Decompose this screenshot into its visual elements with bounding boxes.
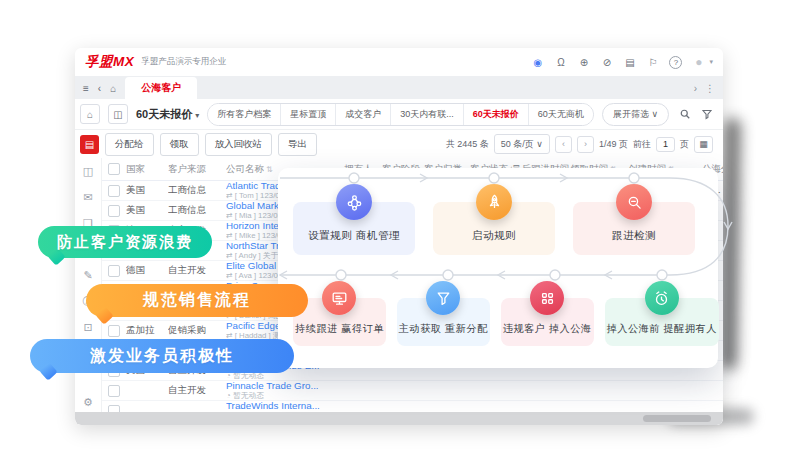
column-header[interactable]: 客户来源 <box>168 163 226 176</box>
ribbon-text: 防止客户资源浪费 <box>57 233 193 252</box>
company-link[interactable]: Pinnacle Trade Gro... <box>226 381 341 391</box>
total-count: 共 2445 条 <box>446 138 489 151</box>
page-size-select[interactable]: 50 条/页 ∨ <box>494 134 550 154</box>
funnel-icon <box>426 281 460 315</box>
dice-icon <box>530 281 564 315</box>
horizontal-scroll-thumb[interactable] <box>643 415 711 422</box>
magnifier-icon <box>616 184 652 220</box>
tab-menu-icon[interactable]: ⋮ <box>705 83 715 94</box>
column-header-label: 公司名称 <box>226 163 264 176</box>
ribbon-prevent-waste: 防止客户资源浪费 <box>38 226 212 258</box>
workflow-step: 启动规则 <box>433 184 555 255</box>
workflow-step: 主动获取 重新分配 <box>397 281 490 346</box>
filter-pill[interactable]: 60天无商机 <box>528 104 593 125</box>
action-button-领取[interactable]: 领取 <box>160 133 199 156</box>
column-header-label: 国家 <box>126 163 145 176</box>
home-icon[interactable]: ⌂ <box>110 83 116 99</box>
filter-pill[interactable]: 星标置顶 <box>280 104 335 125</box>
column-header[interactable]: 国家 <box>126 163 168 176</box>
action-button-导出[interactable]: 导出 <box>278 133 317 156</box>
current-view-label: 60天未报价 <box>136 108 192 120</box>
workflow-top-steps: 设置规则 商机管理启动规则跟进检测 <box>293 184 695 255</box>
app-logo: 孚盟MX <box>85 53 134 71</box>
tabbar-right-icons: › ⋮ <box>694 83 715 99</box>
cell-country: 美国 <box>126 184 168 197</box>
company-link[interactable]: TradeWinds Interna... <box>226 401 341 411</box>
filter-pill[interactable]: 30天内有联... <box>390 104 463 125</box>
cell-company: Pinnacle Trade Gro...◔ 暂无动态 <box>226 381 344 399</box>
action-buttons: 分配给领取放入回收站导出 <box>105 133 317 156</box>
rocket-icon <box>476 184 512 220</box>
row-checkbox[interactable] <box>108 185 120 197</box>
back-icon[interactable]: ‹ <box>98 83 101 99</box>
gear-icon[interactable]: ⚙ <box>83 397 93 408</box>
monitor-icon <box>322 281 356 315</box>
page-range: 1/49 页 <box>599 138 628 151</box>
sidebar-toggle-icon[interactable]: ≡ <box>83 83 89 99</box>
list-icon[interactable]: ▤ <box>623 57 636 68</box>
ribbon-text: 激发业务员积极性 <box>90 346 234 367</box>
ribbon-standardize-sales: 规范销售流程 <box>86 284 308 317</box>
table-row[interactable]: TradeWinds Interna...⇄ [ Lucas ] 零件清... <box>102 401 723 412</box>
cell-company: TradeWinds Interna...⇄ [ Lucas ] 零件清... <box>226 401 344 412</box>
row-checkbox[interactable] <box>108 385 120 397</box>
row-checkbox[interactable] <box>108 265 120 277</box>
prev-page-button[interactable]: ‹ <box>555 136 572 153</box>
filter-pill[interactable]: 所有客户档案 <box>208 104 280 125</box>
chevron-down-icon: ▾ <box>709 58 713 66</box>
screenshot-stage: 孚盟MX 孚盟产品演示专用企业 ◉Ω⊕⊘▤⚐?●▾ ≡ ‹ ⌂ 公海客户 › ⋮… <box>0 0 794 459</box>
workflow-step: 跟进检测 <box>573 184 695 255</box>
home-view-icon[interactable]: ⌂ <box>80 104 100 124</box>
edit-icon[interactable]: ✎ <box>83 270 92 281</box>
current-view-dropdown[interactable]: 60天未报价 ▾ <box>136 107 199 122</box>
filter-pill[interactable]: 60天未报价 <box>463 104 528 125</box>
tab-public-sea-customers[interactable]: 公海客户 <box>125 77 197 99</box>
goto-page-input[interactable] <box>656 137 675 152</box>
workflow-bottom-steps: 持续跟进 赢得订单主动获取 重新分配违规客户 掉入公海掉入公海前 提醒拥有人 <box>293 281 711 346</box>
view-switch-icon[interactable]: ◫ <box>108 104 128 124</box>
search-icon[interactable] <box>679 108 691 120</box>
action-button-分配给[interactable]: 分配给 <box>105 133 154 156</box>
row-checkbox[interactable] <box>108 325 120 337</box>
company-sub: ◔ 暂无动态 <box>226 392 341 400</box>
row-checkbox[interactable] <box>108 405 120 413</box>
cell-source: 工商信息 <box>168 184 226 197</box>
filter-pill[interactable]: 成交客户 <box>335 104 390 125</box>
pagination: 共 2445 条 50 条/页 ∨ ‹ › 1/49 页 前往 页 ▦ <box>446 134 713 154</box>
row-checkbox[interactable] <box>108 205 120 217</box>
select-all-checkbox[interactable] <box>108 163 120 175</box>
filter-funnel-icon[interactable] <box>701 108 713 120</box>
help-icon[interactable]: ? <box>669 56 682 69</box>
eye-icon[interactable]: ◉ <box>531 57 544 68</box>
column-settings-icon[interactable]: ▦ <box>694 136 713 153</box>
tab-bar: ≡ ‹ ⌂ 公海客户 › ⋮ <box>75 76 723 99</box>
workflow-step: 掉入公海前 提醒拥有人 <box>605 281 719 346</box>
workflow-step: 违规客户 掉入公海 <box>501 281 594 346</box>
avatar-icon[interactable]: ● <box>692 55 705 69</box>
chat-icon[interactable]: ⊡ <box>83 322 92 333</box>
sidebar-item-customers-active[interactable]: ▤ <box>80 135 99 154</box>
mail-icon[interactable]: ✉ <box>83 192 92 203</box>
chevron-down-icon: ▾ <box>195 111 199 120</box>
ribbon-motivate-sales: 激发业务员积极性 <box>30 339 294 373</box>
cell-country: 德国 <box>126 264 168 277</box>
workflow-overlay-card: 设置规则 商机管理启动规则跟进检测 持续跟进 赢得订单主动获取 重新分配违规客户… <box>278 168 718 368</box>
window-footer-scrollbar <box>75 412 723 425</box>
download-icon[interactable]: ⊕ <box>577 57 590 68</box>
bell-icon[interactable]: ⚐ <box>646 57 659 68</box>
org-structure-icon[interactable]: ◫ <box>83 166 93 177</box>
action-button-放入回收站[interactable]: 放入回收站 <box>205 133 273 156</box>
cell-source: 促销采购 <box>168 324 226 337</box>
column-header-label: 客户来源 <box>168 163 206 176</box>
cell-country: 美国 <box>126 204 168 217</box>
blocked-icon[interactable]: ⊘ <box>600 57 613 68</box>
table-row[interactable]: 自主开发Pinnacle Trade Gro...◔ 暂无动态 <box>102 381 723 401</box>
network-icon <box>336 184 372 220</box>
expand-filters-button[interactable]: 展开筛选 ∨ <box>602 103 669 126</box>
sort-icon[interactable]: ⇅ <box>266 165 273 174</box>
goto-unit: 页 <box>680 138 689 151</box>
cell-source: 自主开发 <box>168 264 226 277</box>
headset-icon[interactable]: Ω <box>554 57 567 68</box>
next-page-button[interactable]: › <box>577 136 594 153</box>
tabs-overflow-icon[interactable]: › <box>694 83 697 94</box>
